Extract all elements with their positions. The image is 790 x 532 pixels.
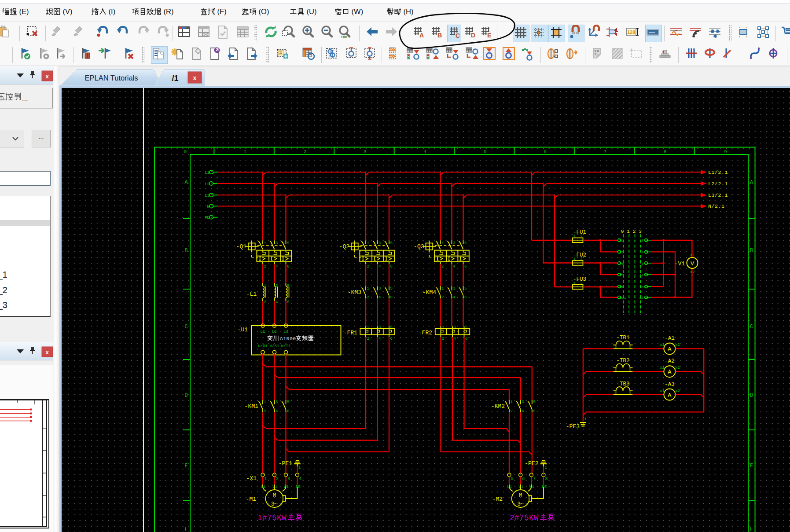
svg-text:6: 6 <box>287 264 289 269</box>
svg-text:2: 2 <box>641 238 643 242</box>
svg-text:6: 6 <box>522 477 525 481</box>
svg-text:3: 3 <box>639 229 642 234</box>
svg-text:x2: x2 <box>675 343 680 347</box>
svg-text:6: 6 <box>544 149 547 154</box>
svg-text:5: 5 <box>465 325 467 330</box>
svg-text:6: 6 <box>287 409 289 414</box>
svg-text:A: A <box>668 392 672 399</box>
svg-text:-PE3: -PE3 <box>566 423 580 430</box>
svg-text:4: 4 <box>378 295 381 300</box>
svg-text:EPLAN Tutorials: EPLAN Tutorials <box>85 74 138 82</box>
svg-text:-Q2: -Q2 <box>339 243 349 250</box>
svg-text:1: 1 <box>243 149 246 154</box>
svg-text:1: 1 <box>264 400 266 404</box>
svg-text:5: 5 <box>533 400 535 404</box>
svg-text:2: 2 <box>442 337 444 341</box>
svg-text:2: 2 <box>264 264 266 269</box>
svg-text:2: 2 <box>441 264 444 269</box>
svg-text:3: 3 <box>522 400 524 404</box>
svg-text:-M1: -M1 <box>246 496 257 503</box>
svg-text:-FR2: -FR2 <box>419 330 432 336</box>
svg-text:C: C <box>184 324 187 330</box>
svg-text:W1: W1 <box>284 485 289 489</box>
svg-text:2: 2 <box>511 409 513 414</box>
svg-text:1: 1 <box>511 400 513 404</box>
svg-text:100: 100 <box>341 35 347 39</box>
svg-text:A: A <box>668 346 672 352</box>
svg-text:N/2.1: N/2.1 <box>708 203 725 209</box>
svg-text:1: 1 <box>584 417 587 422</box>
svg-text:L2: L2 <box>272 330 277 334</box>
svg-text:1: 1 <box>441 241 444 246</box>
svg-text:5: 5 <box>390 241 393 246</box>
svg-text:L3/2.1: L3/2.1 <box>708 192 728 198</box>
svg-text:1: 1 <box>367 241 369 246</box>
svg-text:12: 12 <box>639 296 643 300</box>
svg-text:-U1: -U1 <box>238 327 248 333</box>
svg-text:E: E <box>184 463 187 469</box>
svg-text:11: 11 <box>622 296 626 300</box>
svg-text:8: 8 <box>664 149 667 154</box>
svg-text:6: 6 <box>390 295 393 300</box>
svg-text:-FU3: -FU3 <box>573 276 586 283</box>
svg-text:0: 0 <box>621 229 624 234</box>
svg-text:6: 6 <box>465 337 467 341</box>
svg-text:-Q1: -Q1 <box>236 243 247 250</box>
svg-text:8: 8 <box>641 273 643 277</box>
svg-text:-X1: -X1 <box>246 475 257 482</box>
svg-text:E: E <box>487 32 491 39</box>
svg-text:-A3: -A3 <box>665 382 675 388</box>
svg-text:PE: PE <box>542 485 547 489</box>
svg-text:V1: V1 <box>518 485 523 489</box>
svg-text:-M2: -M2 <box>492 496 503 503</box>
svg-text:F: F <box>184 526 187 532</box>
svg-text:L1/2.1: L1/2.1 <box>708 169 728 175</box>
svg-text:4: 4 <box>299 477 301 481</box>
svg-text:4: 4 <box>423 149 426 154</box>
svg-text:-KM3: -KM3 <box>348 289 361 296</box>
svg-text:2: 2 <box>264 409 266 414</box>
svg-text:L3: L3 <box>283 330 288 334</box>
svg-text:4: 4 <box>276 300 278 305</box>
svg-text:3: 3 <box>453 241 455 246</box>
svg-text:-TB3: -TB3 <box>616 381 629 387</box>
svg-text:B: B <box>184 248 187 254</box>
svg-text:E: E <box>750 463 753 469</box>
svg-text:x1: x1 <box>660 389 665 393</box>
svg-text:2#75KW: 2#75KW <box>510 514 539 522</box>
svg-text:-L1: -L1 <box>246 291 257 297</box>
svg-text:2: 2 <box>264 300 266 305</box>
svg-text:1: 1 <box>367 286 369 291</box>
svg-text:6: 6 <box>390 337 393 341</box>
svg-text:U/R1: U/R1 <box>258 344 268 349</box>
svg-text:4: 4 <box>276 264 278 269</box>
svg-text:6: 6 <box>287 300 289 305</box>
svg-text:3: 3 <box>453 286 455 291</box>
svg-text:x1: x1 <box>690 253 695 257</box>
svg-text:3~: 3~ <box>271 501 278 507</box>
svg-text:5: 5 <box>511 477 514 481</box>
svg-text:B: B <box>437 32 442 39</box>
svg-text:x: x <box>45 349 49 356</box>
svg-text:D: D <box>184 393 187 399</box>
svg-text:8: 8 <box>545 477 547 481</box>
svg-text:W/T1: W/T1 <box>281 344 291 349</box>
svg-text:3: 3 <box>276 400 278 404</box>
svg-text:-Q3: -Q3 <box>414 243 424 250</box>
svg-text:5: 5 <box>484 149 487 154</box>
svg-text:A: A <box>419 32 424 39</box>
svg-text:1: 1 <box>442 325 444 330</box>
svg-text:4: 4 <box>378 264 381 269</box>
svg-text:-KM1: -KM1 <box>245 403 258 410</box>
svg-text:2: 2 <box>441 295 444 300</box>
svg-text:6: 6 <box>390 264 393 269</box>
svg-text:-A1: -A1 <box>665 335 675 341</box>
svg-text:PE: PE <box>205 216 209 220</box>
svg-text:4: 4 <box>522 409 524 414</box>
svg-text:PE: PE <box>296 485 301 489</box>
svg-text:V/S1: V/S1 <box>270 344 279 349</box>
svg-text:5: 5 <box>287 241 289 246</box>
svg-text:V1: V1 <box>272 485 277 489</box>
svg-text:B: B <box>750 248 753 254</box>
svg-text:N: N <box>207 205 209 209</box>
